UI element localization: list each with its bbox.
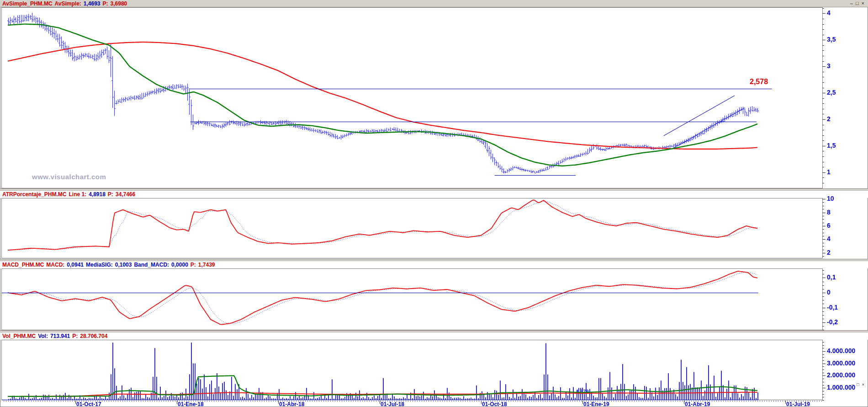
- minimize-icon[interactable]: –: [852, 383, 854, 387]
- maximize-icon[interactable]: □: [857, 383, 859, 387]
- field-label: MediaSIG:: [86, 262, 113, 268]
- field-value: 28.706.704: [80, 333, 107, 339]
- panel-header-atr: ATRPorcentaje_PHM.MC Line 1: 4,8918 P: 3…: [0, 191, 868, 198]
- field-label: Vol:: [38, 333, 48, 339]
- field-value: 3,6980: [111, 0, 127, 7]
- panel-header-macd: MACD_PHM.MC MACD: 0,0941 MediaSIG: 0,100…: [0, 261, 868, 268]
- field-value: 713.941: [50, 333, 70, 339]
- field-label: AvSimple:: [55, 0, 81, 7]
- close-icon[interactable]: ×: [862, 1, 864, 6]
- close-icon[interactable]: ×: [862, 383, 864, 387]
- resistance-level-label: 2,578: [750, 78, 768, 86]
- field-label: Band_MACD:: [134, 262, 169, 268]
- field-value: 0,0000: [171, 262, 188, 268]
- chart-canvas[interactable]: [0, 0, 868, 407]
- field-label: P:: [108, 191, 113, 198]
- minimize-icon[interactable]: –: [850, 1, 853, 6]
- indicator-title: ATRPorcentaje_PHM.MC: [2, 191, 66, 198]
- panel-header-volume: Vol_PHM.MC Vol: 713.941 P: 28.706.704 – …: [0, 332, 868, 340]
- field-value: 4,8918: [89, 191, 106, 198]
- field-value: 0,1003: [115, 262, 132, 268]
- field-label: P:: [191, 262, 196, 268]
- field-value: 34,7466: [116, 191, 135, 198]
- window-titlebar: AvSimple_PHM.MC AvSimple: 1,4693 P: 3,69…: [0, 0, 868, 7]
- field-value: 0,0941: [67, 262, 84, 268]
- indicator-title: AvSimple_PHM.MC: [2, 0, 53, 7]
- field-label: P:: [103, 0, 108, 7]
- indicator-title: Vol_PHM.MC: [2, 333, 36, 339]
- field-label: Line 1:: [69, 191, 86, 198]
- field-value: 1,4693: [84, 0, 101, 7]
- maximize-icon[interactable]: □: [856, 1, 859, 6]
- indicator-title: MACD_PHM.MC: [2, 262, 44, 268]
- field-value: 1,7439: [198, 262, 215, 268]
- field-label: P:: [72, 333, 78, 339]
- field-label: MACD:: [46, 262, 64, 268]
